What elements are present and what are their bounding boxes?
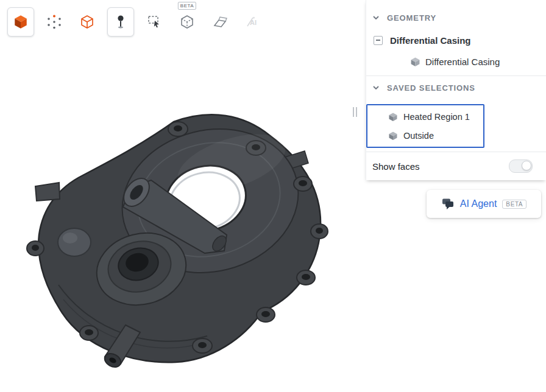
select-vertex-button[interactable] [41, 8, 67, 36]
ai-agent-beta-badge: BETA [502, 200, 526, 209]
select-volume-button[interactable] [7, 7, 34, 37]
saved-selection-outside[interactable]: Outside [367, 126, 483, 145]
toggle-knob [522, 161, 531, 170]
select-volume-icon [13, 14, 29, 30]
3d-viewport[interactable] [0, 0, 366, 392]
tree-child-label: Differential Casing [425, 57, 500, 67]
ai-agent-button[interactable]: AI Agent BETA [427, 190, 541, 218]
selection-toolbar: BETA AI [7, 7, 266, 37]
select-edge-button[interactable] [74, 8, 100, 36]
select-vertex-icon [47, 15, 62, 29]
ai-tool-button[interactable]: AI [240, 8, 266, 36]
saved-selection-heated-region-1[interactable]: Heated Region 1 [367, 107, 483, 126]
solid-body-cube-icon [410, 57, 420, 67]
panel-resize-handle[interactable] [353, 107, 357, 117]
face-tool-button[interactable] [207, 8, 233, 36]
box-select-button[interactable] [141, 8, 167, 36]
geometry-header-label: GEOMETRY [387, 13, 436, 23]
tree-item-differential-casing-body[interactable]: Differential Casing [366, 51, 546, 72]
hidden-geometry-icon [180, 15, 194, 29]
ai-agent-label: AI Agent [460, 198, 497, 209]
selection-cube-icon [388, 131, 398, 141]
beta-badge: BETA [178, 2, 196, 10]
chat-bubbles-icon [441, 198, 455, 210]
saved-selection-label: Outside [403, 131, 434, 141]
hidden-geometry-button[interactable]: BETA [174, 8, 200, 36]
saved-selections-highlight-box: Heated Region 1 Outside [366, 104, 484, 148]
chevron-down-icon [372, 14, 380, 21]
show-faces-toggle[interactable] [509, 159, 533, 173]
chevron-down-icon [372, 84, 380, 91]
selection-cube-icon [388, 112, 398, 122]
tree-root-label: Differential Casing [390, 35, 471, 46]
collapse-minus-icon[interactable] [374, 36, 383, 45]
show-faces-row: Show faces [366, 152, 546, 180]
box-select-icon [146, 14, 162, 30]
probe-point-icon [113, 14, 128, 30]
select-edge-icon [80, 15, 94, 29]
differential-casing-model [0, 0, 366, 392]
saved-selection-label: Heated Region 1 [403, 112, 470, 122]
show-faces-label: Show faces [372, 161, 420, 172]
geometry-section-header[interactable]: GEOMETRY [366, 6, 546, 29]
scene-tree-panel: GEOMETRY Differential Casing Differentia… [366, 0, 546, 180]
probe-point-button[interactable] [107, 7, 134, 37]
saved-selections-header-label: SAVED SELECTIONS [387, 83, 475, 93]
saved-selections-section-header[interactable]: SAVED SELECTIONS [366, 76, 546, 99]
ai-edit-icon: AI [244, 15, 261, 29]
face-tool-icon [212, 15, 228, 29]
tree-item-differential-casing-root[interactable]: Differential Casing [366, 29, 546, 51]
